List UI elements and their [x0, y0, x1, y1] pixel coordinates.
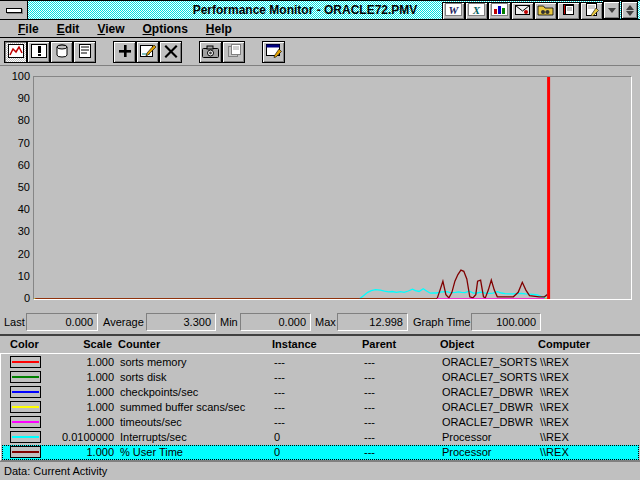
y-tick-10: 10: [1, 270, 30, 282]
legend-scale: 1.000: [46, 371, 114, 384]
office-powerpoint-icon: [491, 3, 508, 18]
last-value: 0.000: [26, 313, 98, 331]
restore-button[interactable]: [621, 1, 638, 19]
delete-counter-button[interactable]: [159, 41, 182, 63]
legend-row[interactable]: 1.000summed buffer scans/sec------ORACLE…: [2, 400, 639, 415]
legend-counter: sorts disk: [120, 371, 166, 384]
legend-instance: ---: [274, 356, 285, 369]
counter-color-swatch: [10, 371, 41, 383]
office-excel-button[interactable]: X: [465, 2, 488, 20]
col-header-object: Object: [440, 338, 474, 350]
office-find-file-button[interactable]: [534, 2, 557, 20]
edit-chart-line-button[interactable]: [136, 41, 159, 63]
col-header-computer: Computer: [538, 338, 590, 350]
legend-object: ORACLE7_DBWR: [442, 416, 533, 429]
legend-parent: ---: [364, 431, 375, 444]
menu-options[interactable]: Options: [134, 20, 197, 38]
col-header-scale: Scale: [44, 338, 112, 350]
edit-chart-line-icon: [140, 44, 156, 60]
y-tick-40: 40: [1, 203, 30, 215]
min-value: 0.000: [240, 313, 311, 331]
counter-color-swatch: [10, 446, 41, 458]
legend-counter: Interrupts/sec: [120, 431, 187, 444]
office-notepad-icon: [583, 3, 600, 18]
legend-instance: ---: [274, 401, 285, 414]
log-view-icon: [54, 44, 70, 60]
menu-help[interactable]: Help: [197, 20, 241, 38]
legend-parent: ---: [364, 401, 375, 414]
chart-lines: [34, 77, 631, 299]
legend-computer: \\REX: [540, 446, 569, 459]
legend-computer: \\REX: [540, 356, 569, 369]
legend-instance: ---: [274, 416, 285, 429]
counter-color-swatch: [10, 401, 41, 413]
col-header-parent: Parent: [362, 338, 396, 350]
counter-color-line: [12, 376, 39, 378]
legend-row[interactable]: 1.000sorts memory------ORACLE7_SORTS\\RE…: [2, 355, 639, 370]
legend-parent: ---: [364, 416, 375, 429]
system-menu-button[interactable]: [0, 1, 28, 19]
legend-row[interactable]: 1.000% User Time0---Processor\\REX: [2, 445, 639, 460]
legend-row[interactable]: 1.000sorts disk------ORACLE7_SORTS\\REX: [2, 370, 639, 385]
counter-color-line: [12, 451, 39, 453]
legend-panel: 1.000sorts memory------ORACLE7_SORTS\\RE…: [0, 353, 640, 461]
graph-time-label: Graph Time: [413, 314, 470, 331]
menu-view[interactable]: View: [88, 20, 133, 38]
report-view-button[interactable]: [73, 41, 96, 63]
office-mail-button[interactable]: [511, 2, 534, 20]
options-button[interactable]: [262, 41, 285, 63]
legend-instance: ---: [274, 371, 285, 384]
report-view-icon: [77, 44, 93, 60]
menu-edit[interactable]: Edit: [48, 20, 89, 38]
add-counter-button[interactable]: [113, 41, 136, 63]
legend-scale: 1.000: [46, 386, 114, 399]
graph-time-value: 100.000: [471, 313, 541, 331]
restore-up-icon: [626, 5, 634, 10]
svg-text:W: W: [449, 4, 460, 16]
log-view-button[interactable]: [50, 41, 73, 63]
office-find-file-icon: [537, 3, 554, 18]
delete-counter-icon: [164, 44, 178, 60]
office-excel-icon: X: [468, 3, 485, 18]
title-bar: Performance Monitor - ORACLE72.PMV WX: [0, 1, 640, 20]
add-counter-icon: [118, 44, 132, 60]
last-label: Last: [4, 314, 25, 331]
legend-row[interactable]: 1.000timeouts/sec------ORACLE7_DBWR\\REX: [2, 415, 639, 430]
counter-color-swatch: [10, 356, 41, 368]
legend-row[interactable]: 1.000checkpoints/sec------ORACLE7_DBWR\\…: [2, 385, 639, 400]
office-word-button[interactable]: W: [442, 2, 465, 20]
menu-file[interactable]: File: [9, 20, 48, 38]
office-book-button[interactable]: [557, 2, 580, 20]
update-now-icon: [202, 45, 219, 60]
series-line: [35, 270, 547, 299]
max-value: 12.998: [337, 313, 408, 331]
legend-row[interactable]: 0.0100000Interrupts/sec0---Processor\\RE…: [2, 430, 639, 445]
y-tick-90: 90: [1, 92, 30, 104]
legend-scale: 1.000: [46, 416, 114, 429]
bookmark-icon: [226, 44, 242, 60]
chart-plot-area: [33, 76, 632, 300]
office-notepad-button[interactable]: [580, 2, 603, 20]
legend-computer: \\REX: [540, 416, 569, 429]
legend-scale: 1.000: [46, 446, 114, 459]
restore-down-icon: [626, 11, 634, 16]
svg-text:X: X: [472, 4, 481, 16]
office-powerpoint-button[interactable]: [488, 2, 511, 20]
legend-object: ORACLE7_DBWR: [442, 386, 533, 399]
legend-computer: \\REX: [540, 371, 569, 384]
chart-region: 1009080706050403020100: [0, 67, 640, 310]
legend-object: ORACLE7_SORTS: [442, 371, 537, 384]
y-tick-30: 30: [1, 225, 30, 237]
bookmark-button[interactable]: [222, 41, 245, 63]
office-shortcut-bar: WX: [442, 1, 603, 20]
counter-color-line: [12, 391, 39, 393]
status-bar: Data: Current Activity: [0, 461, 640, 480]
minimize-button[interactable]: [603, 1, 620, 19]
update-now-button[interactable]: [199, 41, 222, 63]
legend-scale: 0.0100000: [46, 431, 114, 444]
chart-view-button[interactable]: [4, 41, 27, 63]
minimize-icon: [608, 8, 616, 13]
performance-monitor-window: Performance Monitor - ORACLE72.PMV WX Fi…: [0, 0, 640, 480]
alert-view-button[interactable]: [27, 41, 50, 63]
legend-counter: summed buffer scans/sec: [120, 401, 245, 414]
